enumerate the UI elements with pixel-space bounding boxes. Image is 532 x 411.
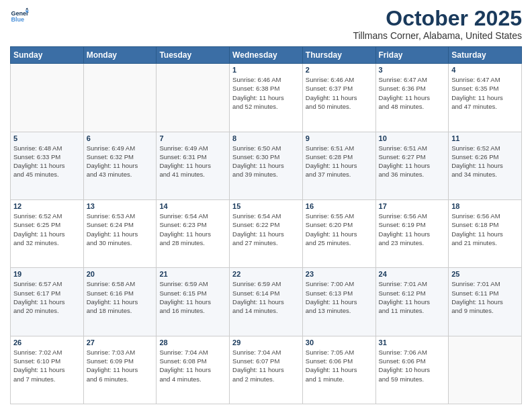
table-row — [83, 64, 157, 132]
table-row: 24Sunrise: 7:01 AMSunset: 6:12 PMDayligh… — [375, 268, 449, 336]
day-info: Sunrise: 6:53 AMSunset: 6:24 PMDaylight:… — [87, 212, 154, 247]
svg-marker-3 — [26, 7, 28, 9]
day-info: Sunrise: 6:57 AMSunset: 6:17 PMDaylight:… — [13, 279, 81, 315]
day-info: Sunrise: 7:03 AMSunset: 6:09 PMDaylight:… — [87, 348, 154, 383]
day-number: 13 — [87, 202, 154, 210]
day-number: 15 — [232, 202, 300, 210]
table-row: 1Sunrise: 6:46 AMSunset: 6:38 PMDaylight… — [230, 64, 303, 132]
day-info: Sunrise: 6:52 AMSunset: 6:26 PMDaylight:… — [451, 144, 519, 179]
table-row — [11, 64, 84, 132]
table-row — [157, 64, 230, 132]
day-number: 20 — [87, 270, 154, 278]
calendar-week-4: 19Sunrise: 6:57 AMSunset: 6:17 PMDayligh… — [11, 268, 522, 336]
table-row: 28Sunrise: 7:04 AMSunset: 6:08 PMDayligh… — [157, 336, 230, 404]
title-block: October 2025 Tillmans Corner, Alabama, U… — [353, 7, 522, 41]
day-number: 25 — [451, 270, 519, 278]
day-number: 23 — [306, 270, 373, 278]
weekday-header-row: Sunday Monday Tuesday Wednesday Thursday… — [11, 47, 522, 64]
day-info: Sunrise: 7:05 AMSunset: 6:06 PMDaylight:… — [306, 348, 373, 383]
table-row: 29Sunrise: 7:04 AMSunset: 6:07 PMDayligh… — [230, 336, 303, 404]
table-row: 10Sunrise: 6:51 AMSunset: 6:27 PMDayligh… — [375, 132, 449, 199]
location-title: Tillmans Corner, Alabama, United States — [353, 30, 522, 41]
header-sunday: Sunday — [11, 47, 84, 64]
table-row: 8Sunrise: 6:50 AMSunset: 6:30 PMDaylight… — [230, 132, 303, 199]
day-info: Sunrise: 6:48 AMSunset: 6:33 PMDaylight:… — [13, 144, 81, 179]
month-title: October 2025 — [353, 7, 522, 30]
day-number: 28 — [159, 338, 226, 347]
day-info: Sunrise: 6:49 AMSunset: 6:32 PMDaylight:… — [87, 144, 154, 179]
day-info: Sunrise: 6:54 AMSunset: 6:23 PMDaylight:… — [159, 212, 226, 247]
day-info: Sunrise: 6:56 AMSunset: 6:19 PMDaylight:… — [379, 212, 446, 247]
table-row: 6Sunrise: 6:49 AMSunset: 6:32 PMDaylight… — [83, 132, 157, 199]
calendar-week-1: 1Sunrise: 6:46 AMSunset: 6:38 PMDaylight… — [11, 64, 522, 132]
day-number: 11 — [451, 134, 519, 142]
day-number: 21 — [159, 270, 226, 278]
day-info: Sunrise: 6:54 AMSunset: 6:22 PMDaylight:… — [232, 212, 300, 247]
calendar-week-2: 5Sunrise: 6:48 AMSunset: 6:33 PMDaylight… — [11, 132, 522, 199]
table-row: 12Sunrise: 6:52 AMSunset: 6:25 PMDayligh… — [11, 199, 84, 267]
day-number: 31 — [379, 338, 446, 347]
day-number: 8 — [232, 134, 300, 142]
day-info: Sunrise: 6:51 AMSunset: 6:27 PMDaylight:… — [379, 144, 446, 179]
header-friday: Friday — [375, 47, 449, 64]
table-row: 30Sunrise: 7:05 AMSunset: 6:06 PMDayligh… — [302, 336, 375, 404]
calendar-week-3: 12Sunrise: 6:52 AMSunset: 6:25 PMDayligh… — [11, 199, 522, 267]
header-saturday: Saturday — [449, 47, 522, 64]
day-info: Sunrise: 6:51 AMSunset: 6:28 PMDaylight:… — [306, 144, 373, 179]
svg-text:Blue: Blue — [11, 16, 24, 23]
day-number: 1 — [232, 66, 300, 74]
day-number: 7 — [159, 134, 226, 142]
table-row: 20Sunrise: 6:58 AMSunset: 6:16 PMDayligh… — [83, 268, 157, 336]
day-number: 5 — [13, 134, 81, 142]
day-number: 24 — [379, 270, 446, 278]
day-number: 27 — [87, 338, 154, 347]
day-number: 4 — [451, 66, 519, 74]
day-info: Sunrise: 7:00 AMSunset: 6:13 PMDaylight:… — [306, 279, 373, 315]
table-row: 7Sunrise: 6:49 AMSunset: 6:31 PMDaylight… — [157, 132, 230, 199]
table-row — [449, 336, 522, 404]
day-number: 19 — [13, 270, 81, 278]
table-row: 15Sunrise: 6:54 AMSunset: 6:22 PMDayligh… — [230, 199, 303, 267]
table-row: 23Sunrise: 7:00 AMSunset: 6:13 PMDayligh… — [302, 268, 375, 336]
header: General Blue October 2025 Tillmans Corne… — [10, 7, 522, 41]
header-thursday: Thursday — [302, 47, 375, 64]
day-number: 14 — [159, 202, 226, 210]
day-info: Sunrise: 7:04 AMSunset: 6:08 PMDaylight:… — [159, 348, 226, 383]
day-info: Sunrise: 6:59 AMSunset: 6:15 PMDaylight:… — [159, 279, 226, 315]
day-number: 29 — [232, 338, 300, 347]
day-info: Sunrise: 7:04 AMSunset: 6:07 PMDaylight:… — [232, 348, 300, 383]
table-row: 17Sunrise: 6:56 AMSunset: 6:19 PMDayligh… — [375, 199, 449, 267]
day-info: Sunrise: 6:55 AMSunset: 6:20 PMDaylight:… — [306, 212, 373, 247]
day-number: 10 — [379, 134, 446, 142]
day-info: Sunrise: 6:46 AMSunset: 6:38 PMDaylight:… — [232, 75, 300, 111]
day-number: 26 — [13, 338, 81, 347]
table-row: 19Sunrise: 6:57 AMSunset: 6:17 PMDayligh… — [11, 268, 84, 336]
day-number: 17 — [379, 202, 446, 210]
table-row: 25Sunrise: 7:01 AMSunset: 6:11 PMDayligh… — [449, 268, 522, 336]
table-row: 4Sunrise: 6:47 AMSunset: 6:35 PMDaylight… — [449, 64, 522, 132]
day-info: Sunrise: 6:49 AMSunset: 6:31 PMDaylight:… — [159, 144, 226, 179]
day-number: 6 — [87, 134, 154, 142]
table-row: 5Sunrise: 6:48 AMSunset: 6:33 PMDaylight… — [11, 132, 84, 199]
day-info: Sunrise: 6:47 AMSunset: 6:35 PMDaylight:… — [451, 75, 519, 111]
table-row: 18Sunrise: 6:56 AMSunset: 6:18 PMDayligh… — [449, 199, 522, 267]
day-number: 18 — [451, 202, 519, 210]
table-row: 2Sunrise: 6:46 AMSunset: 6:37 PMDaylight… — [302, 64, 375, 132]
table-row: 21Sunrise: 6:59 AMSunset: 6:15 PMDayligh… — [157, 268, 230, 336]
day-number: 22 — [232, 270, 300, 278]
table-row: 3Sunrise: 6:47 AMSunset: 6:36 PMDaylight… — [375, 64, 449, 132]
logo-icon: General Blue — [10, 7, 29, 26]
table-row: 26Sunrise: 7:02 AMSunset: 6:10 PMDayligh… — [11, 336, 84, 404]
table-row: 22Sunrise: 6:59 AMSunset: 6:14 PMDayligh… — [230, 268, 303, 336]
day-info: Sunrise: 6:52 AMSunset: 6:25 PMDaylight:… — [13, 212, 81, 247]
header-tuesday: Tuesday — [157, 47, 230, 64]
logo: General Blue — [10, 7, 29, 26]
page: General Blue October 2025 Tillmans Corne… — [0, 0, 532, 411]
table-row: 11Sunrise: 6:52 AMSunset: 6:26 PMDayligh… — [449, 132, 522, 199]
day-info: Sunrise: 6:56 AMSunset: 6:18 PMDaylight:… — [451, 212, 519, 247]
day-number: 30 — [306, 338, 373, 347]
calendar-week-5: 26Sunrise: 7:02 AMSunset: 6:10 PMDayligh… — [11, 336, 522, 404]
table-row: 31Sunrise: 7:06 AMSunset: 6:06 PMDayligh… — [375, 336, 449, 404]
table-row: 16Sunrise: 6:55 AMSunset: 6:20 PMDayligh… — [302, 199, 375, 267]
day-info: Sunrise: 6:58 AMSunset: 6:16 PMDaylight:… — [87, 279, 154, 315]
